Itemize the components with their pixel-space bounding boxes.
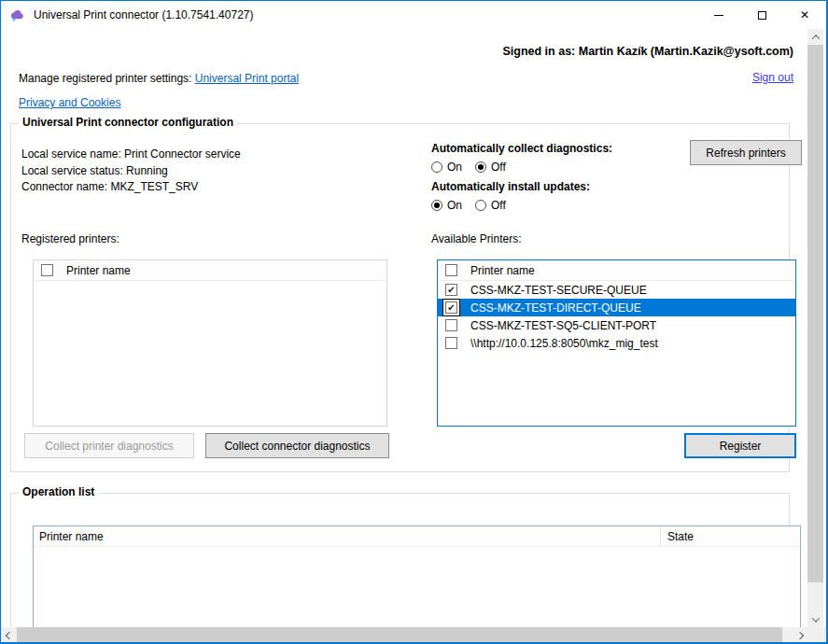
register-button[interactable]: Register — [684, 433, 796, 458]
printer-name-column-header: Printer name — [34, 526, 661, 546]
vertical-scrollbar[interactable] — [807, 29, 823, 627]
configuration-group-title: Universal Print connector configuration — [19, 116, 237, 129]
auto-collect-diagnostics-label: Automatically collect diagnostics: — [431, 142, 612, 155]
radio-icon — [475, 200, 486, 211]
available-printers-body: ✔CSS-MKZ-TEST-SECURE-QUEUE✔CSS-MKZ-TEST-… — [438, 281, 795, 352]
printer-name: CSS-MKZ-TEST-SQ5-CLIENT-PORT — [470, 319, 656, 332]
maximize-button[interactable] — [740, 1, 783, 29]
operation-list-group-title: Operation list — [19, 485, 98, 498]
collect-connector-diagnostics-button[interactable]: Collect connector diagnostics — [205, 433, 389, 458]
horizontal-scrollbar-thumb[interactable] — [17, 627, 782, 643]
refresh-printers-button[interactable]: Refresh printers — [690, 140, 802, 165]
printer-row[interactable]: \\http://10.0.125.8:8050\mkz_mig_test — [438, 334, 795, 352]
radio-icon — [475, 161, 486, 173]
signed-in-label: Signed in as: Martin Kazík (Martin.Kazik… — [502, 45, 793, 58]
unchecked-checkbox[interactable] — [445, 337, 457, 349]
updates-off-radio[interactable]: Off — [475, 199, 506, 212]
sign-out-link[interactable]: Sign out — [752, 71, 793, 84]
connector-name: Connector name: MKZ_TEST_SRV — [21, 179, 241, 196]
radio-label: On — [447, 199, 462, 212]
title-bar: Universal Print connector (1.10.7541.407… — [1, 1, 826, 29]
diagnostics-on-radio[interactable]: On — [431, 161, 462, 174]
updates-on-radio[interactable]: On — [431, 199, 462, 212]
auto-install-updates-label: Automatically install updates: — [431, 180, 590, 193]
connector-configuration-groupbox: Universal Print connector configuration … — [10, 123, 790, 472]
available-list-header: Printer name — [438, 260, 795, 281]
close-icon: ✕ — [800, 9, 809, 21]
radio-label: On — [447, 161, 462, 174]
app-window: Universal Print connector (1.10.7541.407… — [0, 0, 828, 644]
auto-install-updates-group: On Off — [431, 199, 506, 212]
caption-buttons: ✕ — [697, 1, 826, 29]
radio-icon — [431, 161, 442, 173]
checkbox-wrapper — [443, 317, 459, 333]
printer-row[interactable]: ✔CSS-MKZ-TEST-DIRECT-QUEUE — [438, 299, 795, 316]
printer-row[interactable]: ✔CSS-MKZ-TEST-SECURE-QUEUE — [438, 281, 795, 299]
universal-print-portal-link[interactable]: Universal Print portal — [195, 72, 299, 85]
checkbox-wrapper — [443, 335, 459, 351]
printer-row[interactable]: CSS-MKZ-TEST-SQ5-CLIENT-PORT — [438, 316, 795, 334]
privacy-and-cookies-link[interactable]: Privacy and Cookies — [19, 96, 120, 109]
registered-list-header: Printer name — [34, 260, 386, 281]
diagnostics-off-radio[interactable]: Off — [475, 161, 506, 174]
local-service-name: Local service name: Print Connector serv… — [21, 147, 241, 163]
minimize-icon — [714, 15, 723, 16]
printer-name-column-header: Printer name — [66, 264, 131, 277]
auto-collect-diagnostics-group: On Off — [431, 161, 506, 174]
printer-name: \\http://10.0.125.8:8050\mkz_mig_test — [470, 337, 658, 350]
printer-name: CSS-MKZ-TEST-DIRECT-QUEUE — [470, 301, 641, 315]
service-info: Local service name: Print Connector serv… — [21, 147, 241, 196]
available-printers-label: Available Printers: — [431, 232, 522, 245]
maximize-icon — [758, 11, 766, 20]
state-column-header: State — [661, 526, 800, 546]
printer-name-column-header: Printer name — [470, 264, 535, 277]
scroll-up-button[interactable] — [807, 29, 823, 45]
minimize-button[interactable] — [697, 1, 740, 29]
chevron-right-icon — [795, 631, 803, 638]
radio-label: Off — [491, 199, 506, 212]
collect-printer-diagnostics-button[interactable]: Collect printer diagnostics — [24, 433, 194, 458]
horizontal-scrollbar[interactable] — [1, 627, 807, 643]
chevron-up-icon — [811, 35, 819, 42]
select-all-checkbox[interactable] — [445, 264, 457, 276]
unchecked-checkbox[interactable] — [445, 319, 457, 331]
chevron-left-icon — [5, 631, 12, 638]
checkbox-wrapper: ✔ — [443, 282, 459, 298]
manage-settings-prefix: Manage registered printer settings: — [19, 72, 195, 85]
window-title: Universal Print connector (1.10.7541.407… — [34, 8, 253, 21]
scroll-left-button[interactable] — [1, 627, 17, 643]
universal-print-cloud-icon — [9, 7, 24, 22]
select-all-checkbox[interactable] — [41, 264, 53, 276]
radio-label: Off — [491, 161, 506, 174]
radio-icon — [431, 200, 442, 211]
available-printers-list[interactable]: Printer name ✔CSS-MKZ-TEST-SECURE-QUEUE✔… — [437, 259, 796, 427]
registered-printers-list[interactable]: Printer name — [33, 259, 387, 427]
operation-list-header: Printer name State — [34, 526, 800, 547]
printer-name: CSS-MKZ-TEST-SECURE-QUEUE — [470, 284, 647, 297]
checked-checkbox[interactable]: ✔ — [445, 284, 457, 296]
scrollbar-corner — [807, 627, 825, 643]
manage-settings-line: Manage registered printer settings: Univ… — [19, 72, 299, 85]
local-service-status: Local service status: Running — [21, 163, 241, 180]
registered-printers-label: Registered printers: — [21, 232, 119, 245]
scroll-down-button[interactable] — [807, 611, 823, 627]
scroll-right-button[interactable] — [792, 627, 807, 643]
operation-list-groupbox: Operation list Printer name State — [10, 493, 790, 643]
chevron-down-icon — [811, 614, 819, 622]
close-button[interactable]: ✕ — [783, 1, 826, 29]
operation-list[interactable]: Printer name State — [33, 525, 801, 629]
vertical-scrollbar-thumb[interactable] — [807, 45, 823, 582]
checkbox-wrapper: ✔ — [443, 300, 459, 315]
checked-checkbox[interactable]: ✔ — [445, 301, 457, 314]
